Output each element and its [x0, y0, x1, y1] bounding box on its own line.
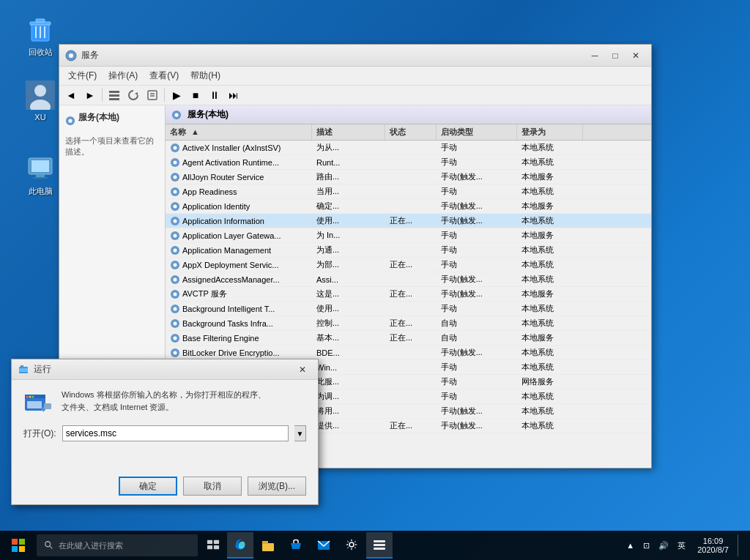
service-name-text: Application Management	[182, 246, 271, 255]
service-icon	[170, 245, 180, 255]
service-icon	[170, 333, 180, 343]
service-startup-cell: 手动(触发...	[437, 419, 517, 433]
menu-file[interactable]: 文件(F)	[62, 68, 103, 83]
service-row[interactable]: Agent Activation Runtime...Runt...手动本地系统	[166, 155, 651, 170]
run-dialog: 运行 ✕ Windows 将根据你所输入的名称，为你打开相应的程序、 文件夹、文…	[11, 359, 319, 505]
service-row[interactable]: AssignedAccessManager...Assi...手动(触发...本…	[166, 272, 651, 287]
edge-button[interactable]	[227, 532, 253, 559]
window-controls: ─ □ ✕	[585, 48, 645, 63]
header-name[interactable]: 名称 ▲	[166, 124, 312, 140]
forward-button[interactable]: ►	[81, 87, 99, 103]
svg-point-53	[174, 336, 177, 340]
service-startup-cell: 手动	[437, 228, 517, 242]
svg-point-39	[174, 234, 177, 237]
left-panel-title: 服务(本地)	[78, 111, 119, 124]
menu-action[interactable]: 操作(A)	[103, 68, 144, 83]
service-row[interactable]: AllJoyn Router Service路由...手动(触发...本地服务	[166, 170, 651, 184]
service-status-cell	[385, 404, 437, 418]
recycle-bin-label: 回收站	[29, 47, 53, 58]
svg-point-29	[174, 160, 177, 164]
service-name-text: BitLocker Drive Encryptio...	[182, 348, 280, 357]
view-button[interactable]	[105, 87, 123, 103]
taskbar-items	[198, 532, 617, 559]
play-button[interactable]: ▶	[168, 87, 185, 103]
maximize-button[interactable]: □	[606, 48, 625, 63]
stop-button[interactable]: ■	[187, 87, 204, 103]
run-cancel-button[interactable]: 取消	[183, 477, 242, 496]
service-status-cell	[385, 302, 437, 316]
service-row[interactable]: Background Tasks Infra...控制...正在...自动本地系…	[166, 316, 651, 331]
service-row[interactable]: AppX Deployment Servic...为部...正在...手动本地系…	[166, 258, 651, 272]
service-name-cell: Agent Activation Runtime...	[166, 155, 312, 169]
service-icon	[170, 348, 180, 358]
taskbar-clock[interactable]: 16:09 2020/8/7	[691, 535, 735, 556]
service-row[interactable]: Application Information使用...正在...手动(触发..…	[166, 214, 651, 228]
explorer-button[interactable]	[255, 532, 281, 559]
svg-point-81	[45, 542, 51, 547]
service-row[interactable]: Application Identity确定...手动(触发...本地服务	[166, 199, 651, 214]
menu-help[interactable]: 帮助(H)	[185, 68, 226, 83]
service-row[interactable]: ActiveX Installer (AxInstSV)为从...手动本地系统	[166, 141, 651, 155]
service-status-cell	[385, 199, 437, 213]
start-button[interactable]	[0, 531, 37, 560]
mail-button[interactable]	[311, 532, 337, 559]
run-dialog-description: Windows 将根据你所输入的名称，为你打开相应的程序、 文件夹、文档或 In…	[62, 389, 266, 413]
run-dialog-content: Windows 将根据你所输入的名称，为你打开相应的程序、 文件夹、文档或 In…	[23, 389, 306, 418]
svg-point-91	[349, 542, 354, 547]
menu-view[interactable]: 查看(V)	[144, 68, 185, 83]
properties-button[interactable]	[144, 87, 161, 103]
tray-overflow-icon[interactable]: ▲	[623, 540, 637, 551]
tray-network-icon[interactable]: ⊡	[640, 540, 653, 552]
restart-button[interactable]: ⏭	[225, 87, 242, 103]
service-login-cell: 本地服务	[517, 331, 583, 345]
svg-rect-68	[19, 368, 28, 372]
run-input[interactable]	[62, 425, 289, 441]
service-row[interactable]: Base Filtering Engine基本...正在...自动本地服务	[166, 331, 651, 346]
service-row[interactable]: App Readiness当用...手动本地系统	[166, 184, 651, 199]
service-row[interactable]: Background Intelligent T...使用...手动本地系统	[166, 302, 651, 316]
close-button[interactable]: ✕	[626, 48, 645, 63]
service-icon	[170, 275, 180, 285]
header-startup[interactable]: 启动类型	[437, 124, 517, 140]
svg-rect-11	[36, 174, 45, 177]
service-row[interactable]: AVCTP 服务这是...正在...手动(触发...本地服务	[166, 287, 651, 302]
store-button[interactable]	[283, 532, 309, 559]
minimize-button[interactable]: ─	[585, 48, 604, 63]
service-startup-cell: 手动(触发...	[437, 199, 517, 213]
svg-point-73	[32, 396, 34, 398]
svg-rect-84	[214, 540, 219, 544]
service-name-text: AVCTP 服务	[182, 288, 227, 299]
refresh-button[interactable]	[125, 87, 142, 103]
service-icon	[170, 201, 180, 212]
run-browse-button[interactable]: 浏览(B)...	[248, 477, 306, 496]
svg-point-49	[174, 307, 177, 310]
pause-button[interactable]: ⏸	[206, 87, 223, 103]
service-row[interactable]: BitLocker Drive Encryptio...BDE...手动(触发.…	[166, 346, 651, 360]
show-desktop-button[interactable]	[738, 534, 744, 556]
run-ok-button[interactable]: 确定	[119, 477, 177, 496]
service-status-cell: 正在...	[385, 419, 437, 433]
header-status[interactable]: 状态	[385, 124, 437, 140]
task-view-button[interactable]	[201, 532, 226, 559]
run-input-dropdown[interactable]: ▼	[294, 425, 306, 441]
svg-point-23	[68, 119, 72, 122]
tray-volume-icon[interactable]: 🔊	[656, 540, 672, 552]
service-login-cell: 本地系统	[517, 389, 583, 403]
service-startup-cell: 手动	[437, 141, 517, 154]
run-dialog-close[interactable]: ✕	[293, 362, 312, 377]
svg-point-41	[174, 248, 177, 252]
taskbar-search[interactable]: 在此键入进行搜索	[37, 534, 198, 556]
service-row[interactable]: Application Management为通...手动本地系统	[166, 243, 651, 258]
service-row[interactable]: Application Layer Gatewa...为 In...手动本地服务	[166, 228, 651, 243]
run-dialog-icon	[23, 389, 53, 418]
service-name-text: AssignedAccessManager...	[182, 275, 280, 284]
service-status-cell	[385, 389, 437, 403]
tray-lang-icon[interactable]: 英	[675, 539, 688, 553]
this-pc-label: 此电脑	[29, 186, 53, 197]
back-button[interactable]: ◄	[62, 87, 80, 103]
services-taskbar-button[interactable]	[366, 532, 393, 559]
header-login[interactable]: 登录为	[517, 124, 583, 140]
service-login-cell: 本地系统	[517, 419, 583, 433]
settings-taskbar-button[interactable]	[338, 532, 365, 559]
header-desc[interactable]: 描述	[312, 124, 385, 140]
